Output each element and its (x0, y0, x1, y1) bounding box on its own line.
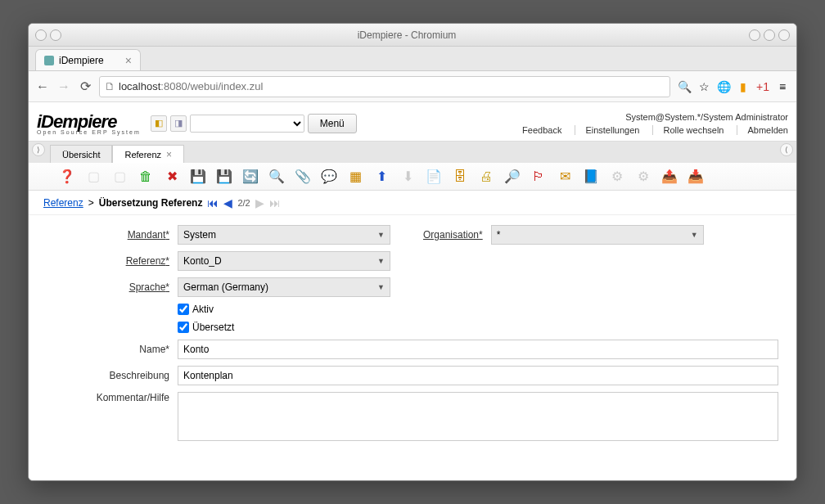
tab-overview[interactable]: Übersicht (50, 145, 112, 163)
os-menu-dot2[interactable] (50, 29, 61, 41)
grid-icon[interactable]: ▦ (346, 168, 364, 186)
referenz-label: Referenz* (47, 255, 169, 267)
breadcrumb-root[interactable]: Referenz (43, 197, 83, 209)
feedback-link[interactable]: Feedback (512, 125, 561, 135)
product-icon[interactable]: 📘 (582, 168, 600, 186)
app-header: iDempiere Open Source ERP System ◧ ◨ Men… (29, 102, 796, 142)
save-new-icon[interactable]: 💾 (215, 168, 233, 186)
gplus-icon[interactable]: +1 (755, 79, 770, 94)
settings-link[interactable]: Einstellungen (575, 125, 639, 135)
sprache-label: Sprache* (47, 281, 169, 293)
beschreibung-input[interactable] (178, 366, 778, 385)
save-icon[interactable]: 💾 (189, 168, 207, 186)
form-panel: Mandant* System▼ Organisation* *▼ Refere… (29, 215, 796, 457)
close-button[interactable] (778, 29, 790, 41)
mandant-label: Mandant* (47, 229, 169, 241)
name-input[interactable] (178, 340, 778, 359)
next-record-icon[interactable]: ▶ (255, 196, 264, 209)
gear-icon[interactable]: ⚙ (634, 168, 652, 186)
first-record-icon[interactable]: ⏮ (207, 196, 219, 209)
browser-tabstrip: iDempiere × (29, 47, 796, 71)
attach-icon[interactable]: 📎 (294, 168, 312, 186)
name-label: Name* (47, 344, 169, 355)
extension-icon[interactable]: ▮ (736, 79, 751, 94)
report-icon[interactable]: 📄 (425, 168, 443, 186)
address-bar[interactable]: 🗋 localhost:8080/webui/index.zul (99, 76, 670, 97)
os-titlebar: iDempiere - Chromium (29, 24, 796, 47)
browser-tab[interactable]: iDempiere × (35, 49, 141, 70)
breadcrumb-sep: > (88, 197, 94, 209)
maximize-button[interactable] (764, 29, 775, 41)
uebersetzt-checkbox[interactable]: Übersetzt (178, 322, 234, 333)
window-title: iDempiere - Chromium (65, 29, 749, 41)
kommentar-label: Kommentar/Hilfe (47, 392, 169, 403)
menu-icon[interactable]: ≡ (775, 79, 790, 94)
switch-role-link[interactable]: Rolle wechseln (652, 125, 724, 135)
referenz-select[interactable]: Konto_D▼ (178, 251, 390, 271)
beschreibung-label: Beschreibung (47, 370, 169, 381)
app-window: iDempiere - Chromium iDempiere × ← → ⟳ 🗋… (28, 23, 797, 481)
browser-toolbar: ← → ⟳ 🗋 localhost:8080/webui/index.zul 🔍… (29, 71, 796, 102)
aktiv-checkbox[interactable]: Aktiv (178, 304, 214, 315)
import-icon[interactable]: 📥 (687, 168, 705, 186)
close-tab-icon[interactable]: × (125, 54, 132, 67)
workflow-icon[interactable]: 🏳 (530, 168, 548, 186)
logout-link[interactable]: Abmelden (737, 125, 788, 135)
open-window-icon[interactable]: ◨ (170, 115, 187, 132)
translate-icon[interactable]: 🌐 (716, 79, 731, 94)
refresh-icon[interactable]: 🔄 (241, 168, 259, 186)
menu-button[interactable]: Menü (308, 114, 357, 133)
delete-icon[interactable]: 🗑 (137, 168, 155, 186)
help-icon[interactable]: ❓ (58, 168, 76, 186)
organisation-select[interactable]: *▼ (491, 225, 704, 245)
globe-icon: 🗋 (105, 80, 115, 92)
process-icon[interactable]: ⚙ (608, 168, 626, 186)
parent-icon[interactable]: ⬆ (372, 168, 390, 186)
new-window-icon[interactable]: ◧ (151, 115, 167, 132)
sprache-select[interactable]: German (Germany)▼ (178, 277, 390, 297)
organisation-label: Organisation* (423, 229, 483, 241)
expand-right-icon[interactable]: ⟨ (780, 143, 793, 156)
reload-icon[interactable]: ⟳ (78, 79, 92, 94)
breadcrumb: Referenz > Übersetzung Referenz ⏮ ◀ 2/2 … (29, 191, 796, 215)
copy-icon[interactable]: ▢ (110, 168, 128, 186)
export-icon[interactable]: 📤 (660, 168, 678, 186)
expand-left-icon[interactable]: ⟩ (32, 143, 45, 156)
os-menu-dot[interactable] (35, 29, 47, 41)
zoom-icon[interactable]: 🔍 (677, 79, 692, 94)
record-toolbar: ❓ ▢ ▢ 🗑 ✖ 💾 💾 🔄 🔍 📎 💬 ▦ ⬆ ⬇ 📄 🗄 🖨 🔎 🏳 ✉ … (29, 163, 796, 191)
mandant-select[interactable]: System▼ (178, 225, 390, 245)
request-icon[interactable]: ✉ (556, 168, 574, 186)
detail-icon[interactable]: ⬇ (399, 168, 417, 186)
quick-select[interactable] (190, 115, 304, 133)
close-tab-icon[interactable]: × (166, 149, 172, 160)
app-content: iDempiere Open Source ERP System ◧ ◨ Men… (29, 102, 796, 480)
bookmark-star-icon[interactable]: ☆ (697, 79, 711, 94)
chat-icon[interactable]: 💬 (320, 168, 338, 186)
breadcrumb-current: Übersetzung Referenz (99, 197, 203, 209)
delete-sel-icon[interactable]: ✖ (163, 168, 181, 186)
forward-icon[interactable]: → (56, 79, 71, 94)
url-path: :8080/webui/index.zul (160, 80, 263, 92)
back-icon[interactable]: ← (35, 79, 50, 94)
last-record-icon[interactable]: ⏭ (269, 196, 281, 209)
lookup-icon[interactable]: 🔍 (268, 168, 286, 186)
minimize-button[interactable] (749, 29, 760, 41)
favicon-icon (44, 56, 54, 65)
user-context: System@System.*/System Administrator (512, 112, 788, 122)
page-indicator: 2/2 (237, 198, 250, 208)
url-host: localhost (119, 80, 160, 92)
main-tabs: ⟩ Übersicht Referenz× ⟨ (29, 142, 796, 163)
print-icon[interactable]: 🖨 (477, 168, 495, 186)
zoom-across-icon[interactable]: 🔎 (503, 168, 521, 186)
browser-tab-title: iDempiere (59, 55, 104, 66)
archive-icon[interactable]: 🗄 (451, 168, 469, 186)
app-logo: iDempiere Open Source ERP System (37, 111, 141, 135)
tab-reference[interactable]: Referenz× (112, 145, 184, 163)
kommentar-textarea[interactable] (178, 392, 778, 441)
prev-record-icon[interactable]: ◀ (223, 196, 232, 209)
new-icon[interactable]: ▢ (84, 168, 102, 186)
